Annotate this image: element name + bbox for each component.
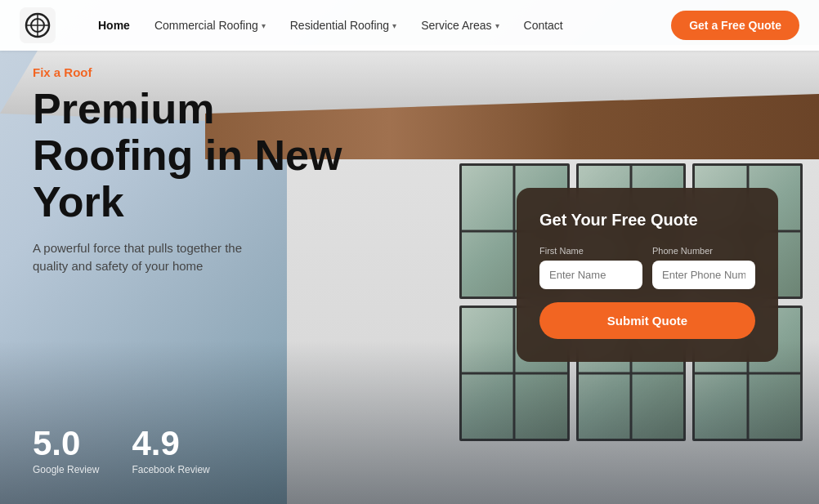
quote-card-title: Get Your Free Quote bbox=[539, 211, 755, 230]
first-name-label: First Name bbox=[539, 246, 642, 256]
nav-item-residential[interactable]: Residential Roofing ▾ bbox=[280, 14, 406, 37]
hero-overlay bbox=[0, 341, 819, 504]
submit-quote-button[interactable]: Submit Quote bbox=[539, 302, 755, 339]
navbar: Home Commercial Roofing ▾ Residential Ro… bbox=[0, 0, 819, 51]
nav-links: Home Commercial Roofing ▾ Residential Ro… bbox=[88, 14, 671, 37]
logo[interactable] bbox=[20, 7, 56, 43]
phone-label: Phone Number bbox=[652, 246, 755, 256]
facebook-rating-label: Facebook Review bbox=[132, 464, 209, 475]
facebook-rating-number: 4.9 bbox=[132, 426, 209, 461]
phone-group: Phone Number bbox=[652, 246, 755, 289]
first-name-input[interactable] bbox=[539, 261, 642, 289]
first-name-group: First Name bbox=[539, 246, 642, 289]
chevron-down-icon: ▾ bbox=[495, 21, 499, 30]
nav-item-home[interactable]: Home bbox=[88, 14, 140, 37]
quote-card: Get Your Free Quote First Name Phone Num… bbox=[517, 188, 778, 362]
logo-icon bbox=[20, 7, 56, 43]
google-rating-number: 5.0 bbox=[33, 426, 99, 461]
hero-stats: 5.0 Google Review 4.9 Facebook Review bbox=[33, 426, 210, 475]
phone-input[interactable] bbox=[652, 261, 755, 289]
nav-item-commercial[interactable]: Commercial Roofing ▾ bbox=[145, 14, 275, 37]
hero-tag: Fix a Roof bbox=[33, 65, 360, 79]
form-fields-row: First Name Phone Number bbox=[539, 246, 755, 289]
stat-facebook: 4.9 Facebook Review bbox=[132, 426, 209, 475]
chevron-down-icon: ▾ bbox=[392, 21, 396, 30]
stat-google: 5.0 Google Review bbox=[33, 426, 99, 475]
hero-title: Premium Roofing in New York bbox=[33, 86, 360, 226]
google-rating-label: Google Review bbox=[33, 464, 99, 475]
nav-item-service-areas[interactable]: Service Areas ▾ bbox=[411, 14, 508, 37]
hero-content: Fix a Roof Premium Roofing in New York A… bbox=[33, 65, 360, 276]
hero-subtitle: A powerful force that pulls together the… bbox=[33, 239, 262, 276]
get-quote-button[interactable]: Get a Free Quote bbox=[671, 11, 799, 40]
chevron-down-icon: ▾ bbox=[262, 21, 266, 30]
nav-item-contact[interactable]: Contact bbox=[514, 14, 573, 37]
